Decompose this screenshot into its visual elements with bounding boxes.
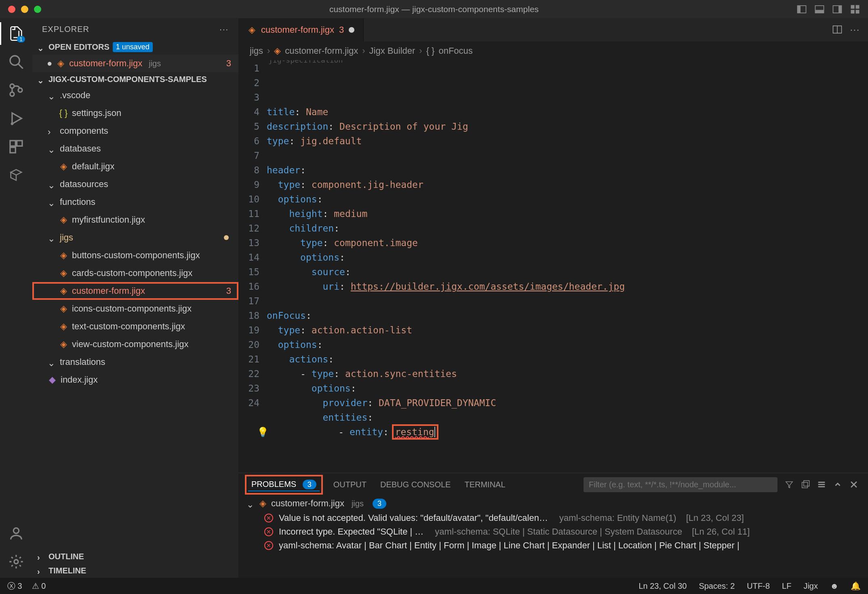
timeline-section[interactable]: › TIMELINE xyxy=(32,564,238,578)
feedback-icon[interactable]: ☻ xyxy=(830,581,839,591)
tree-file[interactable]: ◈customer-form.jigx3 xyxy=(32,282,238,300)
maximize-window-button[interactable] xyxy=(34,6,41,13)
tree-folder[interactable]: ⌄translations xyxy=(32,353,238,371)
notifications-icon[interactable]: 🔔 xyxy=(851,581,861,591)
code-line[interactable]: type: jig.default xyxy=(267,134,868,148)
tree-folder[interactable]: ⌄.vscode xyxy=(32,86,238,104)
code-line[interactable]: actions: xyxy=(267,352,868,367)
cursor-position[interactable]: Ln 23, Col 30 xyxy=(638,581,687,591)
tree-file[interactable]: { }settings.json xyxy=(32,104,238,122)
code-line[interactable]: uri: https://builder.jigx.com/assets/ima… xyxy=(267,279,868,294)
customize-layout-icon[interactable] xyxy=(850,4,860,14)
project-section[interactable]: ⌄ JIGX-CUSTOM-COMPONENTS-SAMPLES xyxy=(32,72,238,86)
close-panel-icon[interactable] xyxy=(849,480,858,489)
language-status[interactable]: Jigx xyxy=(803,581,818,591)
encoding-status[interactable]: UTF-8 xyxy=(747,581,770,591)
output-tab[interactable]: OUTPUT xyxy=(333,480,367,489)
tree-folder[interactable]: ›components xyxy=(32,122,238,140)
code-line[interactable]: title: Name xyxy=(267,105,868,119)
breadcrumb[interactable]: jigs › ◈ customer-form.jigx › Jigx Build… xyxy=(238,42,868,60)
code-line[interactable]: type: component.jig-header xyxy=(267,177,868,192)
code-line[interactable]: options: xyxy=(267,381,868,396)
status-warnings[interactable]: ⚠ 0 xyxy=(32,581,46,591)
tree-file[interactable]: ◈icons-custom-components.jigx xyxy=(32,300,238,318)
problems-filter-input[interactable] xyxy=(584,477,777,492)
indentation-status[interactable]: Spaces: 2 xyxy=(699,581,735,591)
tree-file[interactable]: ◈view-custom-components.jigx xyxy=(32,335,238,353)
eol-status[interactable]: LF xyxy=(782,581,791,591)
code-line[interactable]: description: Description of your Jig xyxy=(267,119,868,134)
code-line[interactable]: children: xyxy=(267,221,868,236)
code-line[interactable] xyxy=(267,294,868,308)
toggle-panel-icon[interactable] xyxy=(815,4,824,14)
code-line[interactable]: type: component.image xyxy=(267,236,868,250)
problem-group[interactable]: ⌄ ◈ customer-form.jigx jigs 3 xyxy=(238,496,868,511)
problems-list[interactable]: ⌄ ◈ customer-form.jigx jigs 3 ✕Value is … xyxy=(238,496,868,578)
code-line[interactable] xyxy=(267,439,868,454)
view-as-list-icon[interactable] xyxy=(817,480,826,489)
run-debug-activity-icon[interactable] xyxy=(8,110,24,126)
tree-file[interactable]: ◈cards-custom-components.jigx xyxy=(32,264,238,282)
code-line[interactable]: options: xyxy=(267,192,868,206)
code-line[interactable]: source: xyxy=(267,265,868,279)
problem-item[interactable]: ✕Value is not accepted. Valid values: "d… xyxy=(238,511,868,525)
code-editor[interactable]: 123456789101112131415161718192021222324 … xyxy=(238,60,868,473)
chevron-up-icon[interactable] xyxy=(833,480,842,489)
settings-activity-icon[interactable] xyxy=(8,554,24,570)
tree-file[interactable]: ◈myfirstfunction.jigx xyxy=(32,211,238,229)
filter-icon[interactable] xyxy=(785,480,794,489)
code-content[interactable]: jig-specification title: Namedescription… xyxy=(267,60,868,473)
tree-folder[interactable]: ⌄datasources xyxy=(32,175,238,193)
minimize-window-button[interactable] xyxy=(21,6,28,13)
tree-file[interactable]: ◈text-custom-components.jigx xyxy=(32,318,238,335)
code-line[interactable]: height: medium xyxy=(267,206,868,221)
status-errors[interactable]: ⓧ 3 xyxy=(7,581,22,592)
breadcrumb-item[interactable]: jigs xyxy=(250,46,263,56)
close-window-button[interactable] xyxy=(8,6,15,13)
tree-file[interactable]: ◈buttons-custom-components.jigx xyxy=(32,246,238,264)
editor-tab[interactable]: ◈ customer-form.jigx 3 xyxy=(238,18,364,42)
tree-file[interactable]: ◈default.jigx xyxy=(32,158,238,175)
problem-item[interactable]: ✕Incorrect type. Expected "SQLite | …yam… xyxy=(238,525,868,539)
split-editor-icon[interactable] xyxy=(832,25,842,34)
problems-tab[interactable]: PROBLEMS 3 xyxy=(248,478,320,491)
search-activity-icon[interactable] xyxy=(8,54,24,70)
tree-file[interactable]: ◆index.jigx xyxy=(32,371,238,389)
terminal-tab[interactable]: TERMINAL xyxy=(464,480,505,489)
debug-console-tab[interactable]: DEBUG CONSOLE xyxy=(380,480,451,489)
explorer-activity-icon[interactable]: 1 xyxy=(8,25,24,42)
code-line[interactable]: onFocus: xyxy=(267,308,868,323)
explorer-more-icon[interactable]: ··· xyxy=(219,25,229,34)
error-token[interactable]: resting xyxy=(395,427,435,437)
toggle-secondary-sidebar-icon[interactable] xyxy=(832,4,842,14)
code-line[interactable]: - type: action.sync-entities xyxy=(267,367,868,381)
svg-point-10 xyxy=(10,56,19,65)
collapse-all-icon[interactable] xyxy=(801,480,810,489)
problem-item[interactable]: ✕yaml-schema: Avatar | Bar Chart | Entit… xyxy=(238,539,868,552)
outline-section[interactable]: › OUTLINE xyxy=(32,550,238,564)
lightbulb-icon[interactable]: 💡 xyxy=(257,427,269,437)
tree-folder[interactable]: ⌄functions xyxy=(32,193,238,211)
tree-folder[interactable]: ⌄databases xyxy=(32,140,238,158)
source-control-activity-icon[interactable] xyxy=(8,82,24,98)
code-line[interactable]: options: xyxy=(267,337,868,352)
tree-folder[interactable]: ⌄jigs xyxy=(32,229,238,246)
jigx-activity-icon[interactable] xyxy=(8,167,24,183)
code-line[interactable] xyxy=(267,148,868,163)
code-line[interactable]: entities: xyxy=(267,410,868,425)
code-line[interactable]: type: action.action-list xyxy=(267,323,868,337)
open-editor-item[interactable]: ● ◈ customer-form.jigx jigs 3 xyxy=(32,55,238,72)
toggle-primary-sidebar-icon[interactable] xyxy=(797,4,807,14)
open-editors-section[interactable]: ⌄ OPEN EDITORS 1 unsaved xyxy=(32,40,238,55)
breadcrumb-item[interactable]: customer-form.jigx xyxy=(285,46,358,56)
code-line[interactable]: header: xyxy=(267,163,868,177)
file-tree[interactable]: ⌄.vscode{ }settings.json›components⌄data… xyxy=(32,86,238,550)
extensions-activity-icon[interactable] xyxy=(8,139,24,155)
tab-more-icon[interactable]: ··· xyxy=(850,25,860,35)
accounts-activity-icon[interactable] xyxy=(8,525,24,541)
code-line[interactable]: options: xyxy=(267,250,868,265)
breadcrumb-item[interactable]: Jigx Builder xyxy=(369,46,415,56)
code-line[interactable]: provider: DATA_PROVIDER_DYNAMIC xyxy=(267,396,868,410)
breadcrumb-item[interactable]: onFocus xyxy=(438,46,472,56)
code-line[interactable]: 💡 - entity: resting xyxy=(267,425,868,439)
